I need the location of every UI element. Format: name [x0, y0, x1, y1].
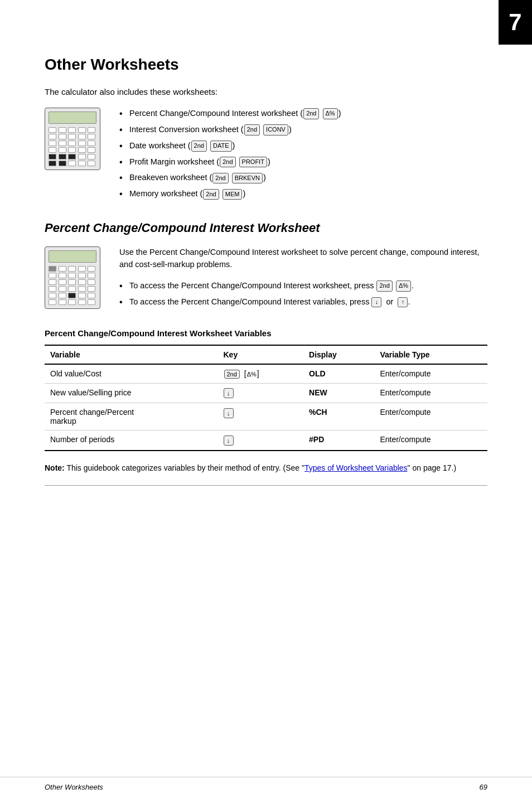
calc-btn	[59, 273, 66, 278]
note-box: Note: This guidebook categorizes variabl…	[45, 462, 487, 474]
variables-table: Variable Key Display Variable Type Old v…	[45, 345, 487, 451]
calc-btn	[59, 286, 66, 292]
down-arrow-table-2: ↓	[224, 408, 234, 418]
calc-screen-2	[49, 250, 96, 263]
cell-display: OLD	[303, 364, 374, 384]
calc-btn	[49, 286, 56, 292]
calc-btn	[88, 161, 95, 166]
worksheets-list: Percent Change/Compound Interest workshe…	[119, 108, 341, 204]
calc-btn	[88, 286, 95, 292]
note-text-2: " on page 17.)	[408, 463, 456, 472]
calc-btn	[88, 273, 95, 278]
col-type: Variable Type	[374, 345, 487, 364]
calc-btn	[78, 279, 86, 285]
calc-btn	[59, 154, 66, 159]
calc-btn	[78, 299, 86, 305]
content-area: Other Worksheets The calculator also inc…	[0, 0, 532, 530]
note-link[interactable]: Types of Worksheet Variables	[304, 463, 408, 472]
cell-display: #PD	[303, 430, 374, 451]
list-item-text: Date worksheet (2nd DATE)	[129, 141, 235, 150]
calculator-image-1	[45, 108, 106, 170]
calc-btn	[78, 293, 86, 298]
calc-btn	[49, 141, 56, 146]
calc-btn	[78, 286, 86, 292]
section-2: Use the Percent Change/Compound Interest…	[45, 246, 487, 312]
col-display: Display	[303, 345, 374, 364]
calc-btn	[59, 127, 66, 133]
display-old: OLD	[309, 369, 326, 378]
chapter-number: 7	[509, 9, 521, 36]
key-delta-table: Δ%	[247, 371, 257, 378]
cell-variable: New value/Selling price	[45, 384, 218, 403]
key-date: DATE	[210, 141, 232, 151]
cell-type: Enter/compute	[374, 403, 487, 430]
calc-btn	[59, 161, 66, 166]
cell-key: ↓	[218, 430, 304, 451]
calc-btn	[78, 147, 86, 153]
calc-btn	[68, 134, 76, 139]
section-description: Use the Percent Change/Compound Interest…	[119, 246, 487, 271]
cell-variable: Number of periods	[45, 430, 218, 451]
table-heading: Percent Change/Compound Interest Workshe…	[45, 328, 487, 338]
calc-btn	[78, 127, 86, 133]
list-item-text: Breakeven worksheet (2nd BRKEVN)	[129, 173, 266, 182]
access-bullets: To access the Percent Change/Compound In…	[119, 280, 487, 307]
calc-btn	[88, 127, 95, 133]
section-2-content: Use the Percent Change/Compound Interest…	[119, 246, 487, 312]
calc-btn	[68, 293, 76, 298]
calc-btn	[68, 161, 76, 166]
chapter-tab: 7	[499, 0, 532, 45]
list-item-text: Interest Conversion worksheet (2nd ICONV…	[129, 125, 292, 134]
key-delta-pct-inline: Δ%	[396, 280, 411, 291]
calc-btn	[59, 293, 66, 298]
col-key: Key	[218, 345, 304, 364]
calc-btn	[68, 286, 76, 292]
calc-btn	[59, 141, 66, 146]
access-bullet-1-text: To access the Percent Change/Compound In…	[129, 281, 414, 290]
calc-btn	[59, 134, 66, 139]
key-2nd: 2nd	[303, 108, 319, 119]
section-subheading: Percent Change/Compound Interest Workshe…	[45, 221, 487, 235]
col-variable: Variable	[45, 345, 218, 364]
calc-btn	[49, 147, 56, 153]
cell-key: ↓	[218, 384, 304, 403]
calc-btn	[49, 161, 56, 166]
key-bracket: [Δ%]	[244, 369, 259, 378]
calc-buttons	[49, 127, 96, 166]
main-heading: Other Worksheets	[45, 56, 487, 74]
calc-btn	[68, 154, 76, 159]
calc-btn	[49, 266, 56, 272]
table-header-row: Variable Key Display Variable Type	[45, 345, 487, 364]
calc-btn	[88, 299, 95, 305]
access-bullet-2: To access the Percent Change/Compound In…	[119, 296, 487, 307]
calc-btn	[88, 154, 95, 159]
intro-text: The calculator also includes these works…	[45, 87, 487, 96]
footer-divider	[45, 485, 487, 486]
calc-buttons-2	[49, 266, 96, 305]
calc-btn	[68, 141, 76, 146]
calc-btn	[78, 134, 86, 139]
calc-btn	[88, 141, 95, 146]
key-2nd: 2nd	[191, 141, 207, 151]
calc-btn	[88, 293, 95, 298]
key-2nd-table: 2nd	[224, 370, 240, 379]
calc-btn	[49, 293, 56, 298]
table-row: Old value/Cost 2nd [Δ%] OLD Enter/comput…	[45, 364, 487, 384]
key-2nd-inline: 2nd	[376, 280, 392, 291]
page-footer: Other Worksheets 69	[0, 777, 532, 791]
table-row: New value/Selling price ↓ NEW Enter/comp…	[45, 384, 487, 403]
list-item: Profit Margin worksheet (2nd PROFIT)	[119, 156, 341, 168]
down-arrow-key: ↓	[371, 297, 381, 307]
calc-btn	[88, 266, 95, 272]
cell-display: NEW	[303, 384, 374, 403]
access-bullet-1: To access the Percent Change/Compound In…	[119, 280, 487, 292]
calc-btn	[68, 147, 76, 153]
calc-btn	[68, 266, 76, 272]
calc-btn	[68, 273, 76, 278]
key-2nd: 2nd	[212, 173, 228, 183]
table-body: Old value/Cost 2nd [Δ%] OLD Enter/comput…	[45, 364, 487, 451]
key-delta-pct: Δ%	[323, 108, 338, 119]
cell-display: %CH	[303, 403, 374, 430]
calc-btn	[49, 127, 56, 133]
note-text-1: This guidebook categorizes variables by …	[66, 463, 304, 472]
